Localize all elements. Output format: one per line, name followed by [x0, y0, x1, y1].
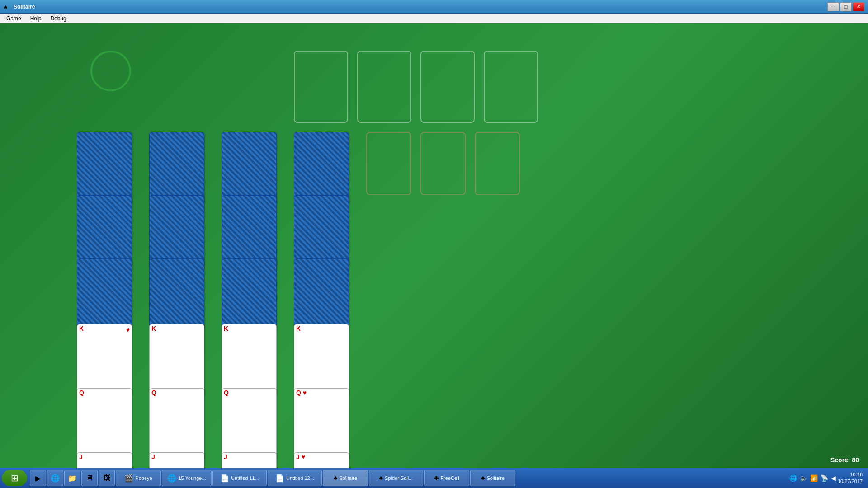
menu-debug[interactable]: Debug	[46, 14, 71, 23]
column-2-stack[interactable]: K Q J 10 ▲▲ 9 ♣♣ 8 ▲▲	[149, 132, 208, 468]
card-facedown	[149, 195, 204, 267]
signal-bars-icon: 📶	[810, 474, 818, 482]
taskbar-globe[interactable]: 🌐	[47, 470, 63, 486]
card-facedown	[77, 258, 132, 331]
card-j-spades[interactable]: J	[149, 452, 204, 468]
card-facedown	[222, 258, 277, 331]
popeye-icon: 🎬	[124, 474, 133, 483]
solitaire-icon: ♠	[334, 474, 338, 482]
photos-icon: 🖼	[103, 474, 110, 482]
score-display: Score: 80	[830, 456, 859, 464]
card-facedown	[222, 132, 277, 204]
start-button[interactable]: ⊞	[2, 470, 27, 486]
doc1-icon: 📄	[220, 474, 229, 483]
taskbar-photos[interactable]: 🖼	[99, 470, 115, 486]
card-k-clubs[interactable]: K	[294, 324, 349, 396]
taskbar-untitled12-label: Untitled 12...	[286, 475, 314, 481]
folder-icon: 📁	[68, 474, 77, 483]
extra-slot-2[interactable]	[420, 132, 466, 195]
card-column-1: K ♥ Q J 10 ♣♣♣ 9 ♥♥	[77, 132, 136, 468]
globe-icon: 🌐	[51, 474, 60, 483]
column-1-stack[interactable]: K ♥ Q J 10 ♣♣♣ 9 ♥♥	[77, 132, 136, 468]
clock-time: 10:16	[838, 471, 863, 478]
card-facedown	[294, 258, 349, 331]
card-facedown	[77, 132, 132, 204]
clock-display[interactable]: 10:16 10/27/2017	[838, 471, 863, 485]
terminal-icon: 🖥	[86, 474, 93, 482]
card-rank: K	[294, 324, 349, 333]
game-area: K ♥ Q J 10 ♣♣♣ 9 ♥♥	[0, 23, 868, 468]
taskbar-terminal[interactable]: 🖥	[81, 470, 98, 486]
taskbar-folder[interactable]: 📁	[64, 470, 80, 486]
window-icon: ♠	[4, 3, 11, 10]
card-j-hearts[interactable]: J	[77, 452, 132, 468]
extra-slot-1[interactable]	[366, 132, 411, 195]
column-3-stack[interactable]: K Q J 10 ♣♣♣ 9 ▲▲ 8 ♣♣	[222, 132, 280, 468]
wifi-icon[interactable]: 📡	[821, 474, 828, 482]
foundation-slots-top	[294, 51, 538, 123]
taskbar-untitled11[interactable]: 📄 Untitled 11...	[212, 470, 267, 486]
taskbar-untitled11-label: Untitled 11...	[231, 475, 259, 481]
doc2-icon: 📄	[275, 474, 284, 483]
extra-slot-3[interactable]	[475, 132, 520, 195]
taskbar-ie[interactable]: 🌐 15 Younge...	[162, 470, 212, 486]
taskbar-solitaire[interactable]: ♠ Solitaire	[323, 470, 368, 486]
foundation-slot-1[interactable]	[294, 51, 348, 123]
taskbar-freecell[interactable]: ♣ FreeCell	[424, 470, 469, 486]
spider-icon: ♠	[379, 474, 383, 482]
card-facedown	[222, 195, 277, 267]
card-k-hearts[interactable]: K ♥	[77, 324, 132, 396]
foundation-slots-bottom	[366, 132, 520, 195]
speaker-icon[interactable]: 🔈	[800, 474, 807, 482]
solitaire2-icon: ♠	[481, 474, 485, 482]
taskbar-solitaire2-label: Solitaire	[486, 475, 505, 481]
card-q-clubs[interactable]: Q ♥	[294, 388, 349, 460]
card-rank: Q	[222, 389, 276, 397]
media-play-icon: ▶	[35, 474, 41, 483]
maximize-button[interactable]: □	[840, 2, 852, 11]
clock-date: 10/27/2017	[838, 478, 863, 485]
card-j-diamonds[interactable]: J	[222, 452, 277, 468]
chevron-left-icon[interactable]: ◀	[831, 474, 836, 482]
foundation-slot-4[interactable]	[484, 51, 538, 123]
taskbar-spider-label: Spider Soli...	[385, 475, 413, 481]
card-column-4: K Q ♥ J ♥ 10 ♥♥ 9 ▲▲ 8 ▲▲	[294, 132, 353, 468]
window-controls: ─ □ ✕	[827, 2, 864, 11]
taskbar-popeye[interactable]: 🎬 Popeye	[116, 470, 161, 486]
taskbar-media-player[interactable]: ▶	[30, 470, 46, 486]
card-facedown	[149, 258, 204, 331]
card-facedown	[149, 132, 204, 204]
taskbar-solitaire-label: Solitaire	[339, 475, 357, 481]
card-rank: Q ♥	[294, 389, 349, 397]
taskbar-freecell-label: FreeCell	[440, 475, 459, 481]
card-facedown	[77, 195, 132, 267]
card-rank: J ♥	[294, 453, 349, 461]
stock-pile[interactable]	[90, 51, 131, 91]
taskbar-solitaire2[interactable]: ♠ Solitaire	[470, 470, 515, 486]
card-rank: J	[150, 453, 204, 461]
card-j-clubs[interactable]: J ♥	[294, 452, 349, 468]
card-q-diamonds[interactable]: Q	[222, 388, 277, 460]
card-rank: K	[222, 324, 276, 333]
taskbar-spider[interactable]: ♠ Spider Soli...	[369, 470, 423, 486]
foundation-slot-2[interactable]	[357, 51, 411, 123]
menu-help[interactable]: Help	[26, 14, 46, 23]
card-rank: K	[77, 324, 132, 333]
window: ♠ Solitaire ─ □ ✕ Game Help Debug	[0, 0, 868, 488]
card-k-spades[interactable]: K	[149, 324, 204, 396]
menu-game[interactable]: Game	[2, 14, 26, 23]
taskbar-untitled12[interactable]: 📄 Untitled 12...	[268, 470, 322, 486]
card-rank: Q	[150, 389, 204, 397]
card-facedown	[294, 132, 349, 204]
card-rank: Q	[77, 389, 132, 397]
close-button[interactable]: ✕	[853, 2, 864, 11]
card-q-spades[interactable]: Q	[149, 388, 204, 460]
foundation-slot-3[interactable]	[420, 51, 475, 123]
network-icon[interactable]: 🌐	[789, 474, 797, 482]
card-q-hearts[interactable]: Q	[77, 388, 132, 460]
card-rank: K	[150, 324, 204, 333]
card-k-diamonds[interactable]: K	[222, 324, 277, 396]
freecell-icon: ♣	[434, 474, 439, 482]
column-4-stack[interactable]: K Q ♥ J ♥ 10 ♥♥ 9 ▲▲ 8 ▲▲	[294, 132, 353, 468]
minimize-button[interactable]: ─	[827, 2, 839, 11]
